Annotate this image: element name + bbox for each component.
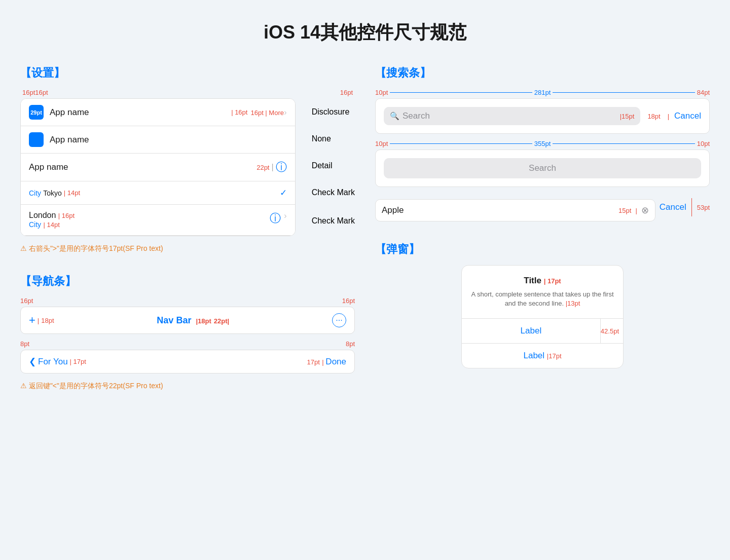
search-placeholder-1: Search [403, 111, 620, 121]
nav-bar-back[interactable]: ❮ For You | 17pt 17pt | Done [20, 350, 355, 374]
london-text: London | 16pt City | 14pt [29, 211, 270, 229]
settings-row-3[interactable]: App name 22pt | ⓘ [21, 154, 295, 181]
search-measure-2: 10pt 355pt 10pt [375, 140, 710, 147]
back-button[interactable]: ❮ For You | 17pt [29, 356, 86, 367]
search-title: 【搜索条】 [375, 65, 710, 81]
done-button[interactable]: Done [325, 357, 346, 366]
search-measure-1: 10pt 281pt 84pt [375, 89, 710, 96]
cancel-button-1[interactable]: Cancel [674, 111, 701, 121]
popup-title: 【弹窗】 [375, 242, 710, 257]
nav-warning: ⚠ 返回键"<"是用的字体符号22pt(SF Pro text) [20, 382, 355, 391]
city-label: City [29, 189, 41, 197]
nav-right-pt: 16pt [342, 297, 355, 305]
popup-btn-row: Label 42.5pt [462, 319, 623, 344]
nav-center-label: Nav Bar |18pt 22pt| [157, 315, 229, 326]
settings-warning: ⚠ 右箭头">"是用的字体符号17pt(SF Pro text) [20, 244, 355, 253]
nav-bar-top[interactable]: + | 18pt Nav Bar |18pt 22pt| ··· [20, 307, 355, 334]
nav-section: 【导航条】 16pt 16pt + | 18pt Nav Bar |18pt 2… [20, 274, 355, 391]
ellipsis-button[interactable]: ··· [332, 313, 346, 327]
settings-left-pt: 16pt [22, 89, 35, 96]
back-label: For You [38, 357, 68, 367]
settings-right-pt: 16pt [340, 89, 353, 96]
settings-right-labels: Disclosure None Detail Check Mark Check … [312, 98, 355, 236]
search-placeholder-2: Search [529, 163, 556, 173]
active-search-field[interactable]: Apple 15pt | ⊗ [375, 199, 655, 221]
search-height-pt: 53pt [697, 204, 710, 211]
chevron-icon-2: › [284, 211, 287, 221]
app-name-1: App name [50, 107, 231, 118]
settings-section: 【设置】 16pt 16pt 16pt 29pt App name | 16pt [20, 65, 355, 253]
search-value: Apple [382, 205, 614, 215]
clear-icon[interactable]: ⊗ [641, 205, 649, 216]
popup-section: 【弹窗】 Title | 17pt A short, complete sent… [375, 242, 710, 368]
checkmark-icon: ✓ [280, 188, 287, 198]
popup-height-label: 42.5pt [601, 327, 619, 335]
info-icon-1: ⓘ [276, 160, 287, 175]
search-bar-2: Search [375, 150, 710, 187]
nav-right-controls: 17pt | Done [307, 357, 346, 367]
check-mark-label-2: Check Mark [312, 206, 355, 236]
app-name-2: App name [50, 135, 287, 145]
chevron-icon-1: › [284, 107, 287, 118]
popup-title-text: Title | 17pt [470, 276, 615, 286]
nav-left: + | 18pt [29, 314, 54, 327]
popup-btn-label[interactable]: Label [462, 319, 601, 343]
app-name-3: App name [29, 162, 257, 172]
city-name: Tokyo [43, 189, 62, 197]
back-chevron-icon: ❮ [29, 356, 36, 367]
nav-bottom-left-pt: 8pt [20, 340, 29, 348]
nav-bottom-right-pt: 8pt [346, 340, 355, 348]
search-section: 【搜索条】 10pt 281pt 84pt 🔍 Search | 15pt [375, 65, 710, 221]
more-label: 16pt | More [250, 108, 284, 117]
app-icon-1: 29pt [29, 105, 44, 120]
settings-left2-pt: 16pt [35, 89, 48, 96]
app-icon-square [29, 132, 44, 147]
popup-btn-bottom[interactable]: Label |17pt [462, 344, 623, 368]
nav-title: 【导航条】 [20, 274, 355, 289]
search-field-1[interactable]: 🔍 Search | 15pt [384, 107, 640, 125]
popup-box: Title | 17pt A short, complete sentence … [461, 265, 624, 368]
search-field-2[interactable]: Search [384, 158, 701, 178]
popup-message: A short, complete sentence that takes up… [470, 290, 615, 308]
popup-body: Title | 17pt A short, complete sentence … [462, 266, 623, 319]
height-divider [691, 198, 692, 216]
cancel-button-2[interactable]: Cancel [660, 202, 686, 212]
page-title: iOS 14其他控件尺寸规范 [20, 20, 710, 45]
settings-title: 【设置】 [20, 65, 355, 81]
settings-row-5[interactable]: London | 16pt City | 14pt ⓘ › [21, 205, 295, 236]
none-label: None [312, 125, 355, 152]
active-search-area: Apple 15pt | ⊗ Cancel 53pt [375, 193, 710, 221]
search-bar-1: 🔍 Search | 15pt 18pt | Cancel [375, 98, 710, 134]
plus-icon: + [29, 314, 35, 327]
city-size: | 14pt [64, 189, 80, 197]
check-mark-label-1: Check Mark [312, 179, 355, 206]
settings-row-1[interactable]: 29pt App name | 16pt 16pt | More › [21, 99, 295, 126]
disclosure-label: Disclosure [312, 98, 355, 125]
settings-row-4[interactable]: City Tokyo | 14pt ✓ [21, 181, 295, 205]
settings-row-2[interactable]: App name [21, 126, 295, 154]
detail-label: Detail [312, 152, 355, 179]
search-icon-1: 🔍 [390, 111, 399, 121]
nav-left-pt: 16pt [20, 297, 33, 305]
info-icon-2: ⓘ [270, 211, 281, 226]
